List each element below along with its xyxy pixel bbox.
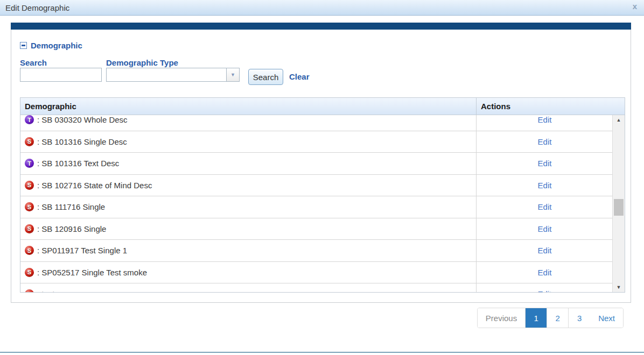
demographic-cell: T : SB 030320 Whole Desc — [20, 115, 477, 131]
demographic-type-icon: S — [25, 181, 34, 190]
demographic-name: : test — [37, 289, 55, 293]
edit-link[interactable]: Edit — [538, 159, 552, 168]
demographic-table: Demographic Actions T : SB 030320 Whole … — [20, 97, 625, 293]
pagination-next[interactable]: Next — [590, 308, 623, 328]
demographic-cell: S : test — [20, 283, 477, 293]
edit-link[interactable]: Edit — [538, 289, 552, 293]
demographic-name: : SB 101316 Text Desc — [37, 159, 119, 168]
actions-cell: Edit — [477, 131, 613, 153]
chevron-down-icon: ▼ — [230, 72, 235, 77]
pagination-page-1[interactable]: 1 — [526, 308, 547, 328]
demographic-type-icon: S — [25, 246, 34, 255]
collapse-minus-icon[interactable] — [20, 42, 27, 49]
actions-cell: Edit — [477, 115, 613, 131]
clear-link[interactable]: Clear — [289, 72, 310, 81]
panel-header-bar — [11, 23, 631, 30]
search-label: Search — [20, 58, 47, 67]
dropdown-button[interactable]: ▼ — [226, 68, 240, 82]
edit-link[interactable]: Edit — [538, 268, 552, 277]
demographic-name: : SB 101316 Single Desc — [37, 137, 127, 146]
demographic-type-input[interactable] — [106, 68, 226, 82]
actions-cell: Edit — [477, 262, 613, 283]
edit-link[interactable]: Edit — [538, 137, 552, 146]
close-icon[interactable]: x — [633, 2, 637, 11]
demographic-type-select[interactable]: ▼ — [106, 68, 240, 82]
demographic-type-icon: S — [25, 137, 34, 146]
demographic-name: : SP011917 Test Single 1 — [37, 246, 127, 255]
table-row: S : SB 111716 Single Edit — [20, 196, 625, 218]
table-row: S : SB 102716 State of Mind Desc Edit — [20, 175, 625, 197]
table-row: S : test Edit — [20, 283, 625, 293]
search-button[interactable]: Search — [248, 69, 283, 85]
pagination: Previous 123 Next — [477, 308, 624, 328]
actions-cell: Edit — [477, 196, 613, 218]
demographic-type-icon: T — [25, 159, 34, 168]
actions-cell: Edit — [477, 218, 613, 240]
demographic-cell: S : SB 101316 Single Desc — [20, 131, 477, 153]
search-input[interactable] — [20, 68, 102, 82]
edit-link[interactable]: Edit — [538, 181, 552, 190]
pagination-page-3[interactable]: 3 — [569, 308, 590, 328]
table-header: Demographic Actions — [20, 97, 625, 115]
demographic-cell: S : SB 102716 State of Mind Desc — [20, 175, 477, 196]
edit-link[interactable]: Edit — [538, 246, 552, 255]
demographic-type-icon: S — [25, 202, 34, 211]
demographic-cell: S : SB 120916 Single — [20, 218, 477, 240]
scroll-down-icon[interactable]: ▼ — [613, 282, 625, 292]
dialog-title: Edit Demographic — [5, 3, 69, 12]
edit-link[interactable]: Edit — [538, 224, 552, 233]
demographic-type-icon: S — [25, 289, 34, 293]
actions-cell: Edit — [477, 240, 613, 261]
section-header: Demographic — [20, 41, 82, 50]
bottom-divider — [0, 352, 644, 353]
table-row: S : SB 120916 Single Edit — [20, 218, 625, 240]
section-title: Demographic — [31, 41, 82, 50]
dialog-titlebar: Edit Demographic — [0, 0, 644, 16]
pagination-page-2[interactable]: 2 — [547, 308, 569, 328]
demographic-name: : SB 102716 State of Mind Desc — [37, 181, 152, 190]
actions-cell: Edit — [477, 153, 613, 174]
demographic-cell: T : SB 101316 Text Desc — [20, 153, 477, 174]
demographic-name: : SB 111716 Single — [37, 202, 105, 211]
actions-cell: Edit — [477, 283, 613, 293]
table-row: T : SB 030320 Whole Desc Edit — [20, 115, 625, 131]
table-row: S : SB 101316 Single Desc Edit — [20, 131, 625, 153]
table-body-viewport: T : SB 030320 Whole Desc Edit S : SB 101… — [20, 115, 625, 293]
edit-link[interactable]: Edit — [538, 115, 552, 124]
demographic-cell: S : SP011917 Test Single 1 — [20, 240, 477, 261]
scrollbar-thumb[interactable] — [614, 199, 624, 216]
vertical-scrollbar[interactable]: ▲ ▼ — [612, 115, 625, 292]
table-rows: T : SB 030320 Whole Desc Edit S : SB 101… — [20, 115, 625, 293]
demographic-panel: Demographic Search Demographic Type ▼ Se… — [11, 23, 631, 303]
table-row: T : SB 101316 Text Desc Edit — [20, 153, 625, 175]
column-header-demographic: Demographic — [20, 98, 477, 115]
edit-link[interactable]: Edit — [538, 202, 552, 211]
demographic-type-icon: S — [25, 224, 34, 233]
demographic-cell: S : SB 111716 Single — [20, 196, 477, 218]
demographic-type-label: Demographic Type — [106, 58, 178, 67]
demographic-cell: S : SP052517 Single Test smoke — [20, 262, 477, 283]
demographic-name: : SP052517 Single Test smoke — [37, 268, 147, 277]
column-header-actions: Actions — [477, 98, 625, 115]
demographic-name: : SB 120916 Single — [37, 224, 106, 233]
scroll-up-icon[interactable]: ▲ — [613, 115, 625, 125]
demographic-name: : SB 030320 Whole Desc — [37, 115, 128, 124]
demographic-type-icon: T — [25, 115, 34, 124]
table-row: S : SP052517 Single Test smoke Edit — [20, 262, 625, 284]
demographic-type-icon: S — [25, 268, 34, 277]
table-row: S : SP011917 Test Single 1 Edit — [20, 240, 625, 262]
actions-cell: Edit — [477, 175, 613, 196]
pagination-previous[interactable]: Previous — [478, 308, 526, 328]
